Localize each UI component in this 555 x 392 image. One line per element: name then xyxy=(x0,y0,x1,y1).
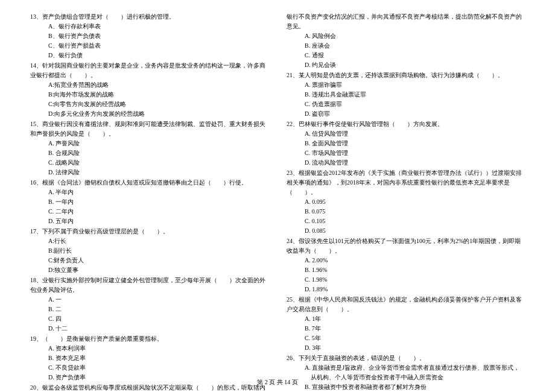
option-c: C. 0.105 xyxy=(287,217,525,226)
option-b: B. 资本充足率 xyxy=(30,353,268,363)
option-c: C:财务负责人 xyxy=(30,256,268,265)
option-c: C. 战略风险 xyxy=(30,158,268,168)
question-text: 14、针对我国商业银行的主要对象是企业，业务内容是批发业务的结构这一现象，许多商… xyxy=(30,61,268,80)
option-a: A. 0.095 xyxy=(287,197,525,207)
option-a: A. 信贷风险管理 xyxy=(287,129,525,139)
question-14: 14、针对我国商业银行的主要对象是企业，业务内容是批发业务的结构这一现象，许多商… xyxy=(30,61,268,119)
option-b: B. 合规风险 xyxy=(30,148,268,158)
option-d: D. 盗窃罪 xyxy=(287,109,525,119)
option-b: B. 一年内 xyxy=(30,197,268,207)
option-b: B. 1.96% xyxy=(287,265,525,275)
option-b: B:副行长 xyxy=(30,246,268,256)
question-19: 19、（ ）是衡量银行资产质量的最重要指标。 A. 资本利润率 B. 资本充足率… xyxy=(30,334,268,382)
option-a: A. 1年 xyxy=(287,314,525,324)
document-content: 13、资产负债组合管理是对（ ）进行积极的管理。 A、银行存款利率表 B、银行资… xyxy=(30,12,525,362)
option-d: D. 五年内 xyxy=(30,217,268,226)
right-column: 银行不良资产变化情况的汇报，并向其通报不良资产考核结果，提出防范化解不良资产的意… xyxy=(287,12,525,362)
question-text: 21、某人明知是伪造的支票，还持该票据到商场购物。该行为涉嫌构成（ ）。 xyxy=(287,71,525,80)
option-a: A、银行存款利率表 xyxy=(30,22,268,31)
question-20-continuation: 银行不良资产变化情况的汇报，并向其通报不良资产考核结果，提出防范化解不良资产的意… xyxy=(287,12,525,70)
option-d: D:独立董事 xyxy=(30,265,268,275)
question-continuation: 银行不良资产变化情况的汇报，并向其通报不良资产考核结果，提出防范化解不良资产的意… xyxy=(287,12,525,31)
option-c: C:向零售方向发展的经营战略 xyxy=(30,100,268,109)
option-d: D、银行负债 xyxy=(30,51,268,60)
question-22: 22、巴林银行事件促使银行风险管理朝（ ）方向发展。 A. 信贷风险管理 B. … xyxy=(287,119,525,168)
option-d: D. 0.085 xyxy=(287,226,525,236)
option-d: D. 法律风险 xyxy=(30,168,268,177)
question-text: 17、下列不属于商业银行高级管理层的是（ ）。 xyxy=(30,227,268,236)
option-a: A. 票据诈骗罪 xyxy=(287,80,525,90)
option-a: A. 声誉风险 xyxy=(30,139,268,148)
option-b: B. 7年 xyxy=(287,324,525,334)
question-text: 24、假设张先生以101元的价格购买了一张面值为100元，利率为2%的1年期国债… xyxy=(287,236,525,256)
question-text: 25、根据《中华人民共和国反洗钱法》的规定，金融机构必须妥善保护客户开户资料及客… xyxy=(287,295,525,314)
option-a: A. 2.00% xyxy=(287,256,525,265)
question-text: 19、（ ）是衡量银行资产质量的最重要指标。 xyxy=(30,334,268,344)
question-21: 21、某人明知是伪造的支票，还持该票据到商场购物。该行为涉嫌构成（ ）。 A. … xyxy=(287,71,525,119)
option-b: B. 违规出具金融票证罪 xyxy=(287,90,525,100)
option-d: D. 约见会谈 xyxy=(287,60,525,70)
option-b: B. 二 xyxy=(30,305,268,314)
question-text: 23、根据银监会2012年发布的《关于实施（商业银行资本管理办法（试行））过渡期… xyxy=(287,168,525,197)
option-a: A:行长 xyxy=(30,236,268,246)
option-d: D:向多元化业务方向发展的经营战略 xyxy=(30,109,268,119)
question-16: 16、根据《合同法》撤销权自债权人知道或应知道撤销事由之日起（ ）行使。 A. … xyxy=(30,178,268,226)
question-25: 25、根据《中华人民共和国反洗钱法》的规定，金融机构必须妥善保护客户开户资料及客… xyxy=(287,295,525,353)
option-c: C. 四 xyxy=(30,314,268,324)
option-a: A. 半年内 xyxy=(30,188,268,197)
question-24: 24、假设张先生以101元的价格购买了一张面值为100元，利率为2%的1年期国债… xyxy=(287,236,525,294)
question-23: 23、根据银监会2012年发布的《关于实施（商业银行资本管理办法（试行））过渡期… xyxy=(287,168,525,236)
option-c: C. 通报 xyxy=(287,51,525,60)
option-b: B. 座谈会 xyxy=(287,41,525,51)
page-footer: 第 2 页 共 14 页 xyxy=(0,378,555,387)
option-c: C. 5年 xyxy=(287,334,525,343)
option-a: A. 一 xyxy=(30,295,268,305)
option-b: B. 全面风险管理 xyxy=(287,139,525,148)
left-column: 13、资产负债组合管理是对（ ）进行积极的管理。 A、银行存款利率表 B、银行资… xyxy=(30,12,268,362)
question-15: 15、商业银行因没有遵循法律、规则和准则可能遭受法律制裁、监管处罚、重大财务损失… xyxy=(30,119,268,177)
option-d: D. 十二 xyxy=(30,324,268,334)
question-17: 17、下列不属于商业银行高级管理层的是（ ）。 A:行长 B:副行长 C:财务负… xyxy=(30,227,268,275)
option-b: B. 0.075 xyxy=(287,207,525,217)
question-text: 15、商业银行因没有遵循法律、规则和准则可能遭受法律制裁、监管处罚、重大财务损失… xyxy=(30,119,268,139)
option-c: C. 1.98% xyxy=(287,275,525,285)
option-c: C. 二年内 xyxy=(30,207,268,217)
option-c: C. 不良贷款率 xyxy=(30,363,268,373)
question-text: 18、业银行实施外部控制时应建立健全外包管理制度，至少每年开展（ ）次全面的外包… xyxy=(30,276,268,295)
option-a: A. 资本利润率 xyxy=(30,344,268,353)
question-text: 13、资产负债组合管理是对（ ）进行积极的管理。 xyxy=(30,12,268,22)
option-d: D. 3年 xyxy=(287,343,525,353)
question-text: 16、根据《合同法》撤销权自债权人知道或应知道撤销事由之日起（ ）行使。 xyxy=(30,178,268,188)
option-b: B:向海外市场发展的战略 xyxy=(30,90,268,100)
option-a: A:拓宽业务范围的战略 xyxy=(30,80,268,90)
option-c: C、银行资产损益表 xyxy=(30,41,268,51)
option-d: D. 流动风险管理 xyxy=(287,158,525,168)
option-b: B、银行资产负债表 xyxy=(30,31,268,41)
question-text: 26、下列关于直接融资的表述，错误的是（ ）。 xyxy=(287,353,525,363)
question-18: 18、业银行实施外部控制时应建立健全外包管理制度，至少每年开展（ ）次全面的外包… xyxy=(30,276,268,334)
option-a: A. 风险例会 xyxy=(287,31,525,41)
question-text: 22、巴林银行事件促使银行风险管理朝（ ）方向发展。 xyxy=(287,119,525,129)
option-c: C. 伪造票据罪 xyxy=(287,100,525,109)
option-d: D. 1.89% xyxy=(287,285,525,294)
question-13: 13、资产负债组合管理是对（ ）进行积极的管理。 A、银行存款利率表 B、银行资… xyxy=(30,12,268,60)
option-c: C. 市场风险管理 xyxy=(287,148,525,158)
